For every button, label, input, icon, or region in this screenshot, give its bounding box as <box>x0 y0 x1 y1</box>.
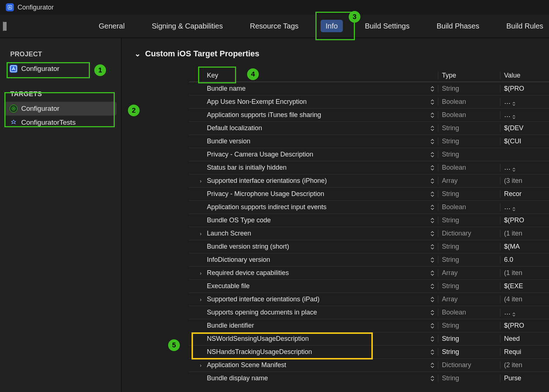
plist-value[interactable]: Need <box>500 335 549 343</box>
plist-value[interactable]: Recor <box>500 190 549 198</box>
table-row[interactable]: ›Required device capabilitiesArray(1 ite… <box>189 266 549 279</box>
table-row[interactable]: Status bar is initially hiddenBoolean… <box>189 161 549 174</box>
table-row[interactable]: ›Supported interface orientations (iPad)… <box>189 293 549 306</box>
table-row[interactable]: Privacy - Microphone Usage DescriptionSt… <box>189 187 549 200</box>
stepper-icon[interactable] <box>429 361 436 370</box>
stepper-icon[interactable] <box>429 308 436 317</box>
stepper-icon[interactable] <box>512 312 517 317</box>
stepper-icon[interactable] <box>429 321 436 330</box>
stepper-icon[interactable] <box>429 242 436 251</box>
stepper-icon[interactable] <box>512 115 517 119</box>
callout-4: 4 <box>247 68 259 80</box>
plist-value[interactable]: … <box>500 164 549 172</box>
plist-value[interactable]: $(PRO <box>500 85 549 93</box>
table-row[interactable]: ›Launch ScreenDictionary(1 iten <box>189 227 549 240</box>
plist-value[interactable]: … <box>500 98 549 106</box>
table-row[interactable]: Bundle nameString$(PRO <box>189 82 549 95</box>
table-row[interactable]: App Uses Non-Exempt EncryptionBoolean… <box>189 95 549 108</box>
plist-key: Supported interface orientations (iPhone… <box>207 177 327 185</box>
stepper-icon[interactable] <box>429 203 436 212</box>
plist-key: Supported interface orientations (iPad) <box>207 295 319 303</box>
stepper-icon[interactable] <box>429 335 436 343</box>
stepper-icon[interactable] <box>429 84 436 93</box>
plist-key: App Uses Non-Exempt Encryption <box>207 98 307 106</box>
plist-value[interactable]: (3 iten <box>500 177 549 185</box>
plist-key: Bundle identifier <box>207 322 254 329</box>
plist-type: String <box>438 335 500 343</box>
plist-key: Supports opening documents in place <box>207 309 317 316</box>
plist-value[interactable]: Requi <box>500 348 549 356</box>
tab-build-phases[interactable]: Build Phases <box>431 20 484 33</box>
table-row[interactable]: ›Supported interface orientations (iPhon… <box>189 174 549 187</box>
table-row[interactable]: Bundle versionString$(CUI <box>189 135 549 148</box>
plist-type: String <box>438 151 500 158</box>
stepper-icon[interactable] <box>429 269 436 278</box>
tab-resource-tags[interactable]: Resource Tags <box>245 20 304 33</box>
plist-value[interactable]: (4 iten <box>500 295 549 303</box>
stepper-icon[interactable] <box>512 167 517 172</box>
tab-build-rules[interactable]: Build Rules <box>501 20 548 33</box>
stepper-icon[interactable] <box>429 374 436 383</box>
stepper-icon[interactable] <box>429 124 436 133</box>
plist-value[interactable]: $(DEV <box>500 124 549 132</box>
stepper-icon[interactable] <box>429 216 436 225</box>
plist-value[interactable]: $(PRO <box>500 216 549 224</box>
stepper-icon[interactable] <box>429 295 436 304</box>
plist-value[interactable]: (1 iten <box>500 230 549 237</box>
disclosure-icon[interactable]: › <box>197 296 204 302</box>
stepper-icon[interactable] <box>429 229 436 238</box>
plist-value[interactable]: … <box>500 111 549 119</box>
titlebar: Configurator <box>0 0 549 15</box>
stepper-icon[interactable] <box>512 207 517 211</box>
plist-value[interactable]: … <box>500 309 549 317</box>
table-row[interactable]: Application supports indirect input even… <box>189 200 549 214</box>
tab-signing[interactable]: Signing & Capabilities <box>147 20 228 33</box>
disclosure-icon[interactable]: › <box>197 178 204 184</box>
table-row[interactable]: Bundle version string (short)String$(MA <box>189 240 549 253</box>
plist-key: Privacy - Microphone Usage Description <box>207 190 324 198</box>
table-row[interactable]: Bundle identifierString$(PRO <box>189 319 549 332</box>
stepper-icon[interactable] <box>512 102 517 106</box>
plist-type: String <box>438 137 500 145</box>
table-row[interactable]: Default localizationString$(DEV <box>189 121 549 135</box>
plist-value[interactable]: … <box>500 203 549 211</box>
stepper-icon[interactable] <box>429 111 436 120</box>
stepper-icon[interactable] <box>429 163 436 172</box>
plist-type: Dictionary <box>438 230 500 237</box>
plist-key: Required device capabilities <box>207 269 289 277</box>
plist-value[interactable]: $(PRO <box>500 322 549 329</box>
table-row[interactable]: Bundle display nameStringPurse <box>189 372 549 385</box>
plist-value[interactable]: $(EXE <box>500 282 549 290</box>
stepper-icon[interactable] <box>429 348 436 357</box>
disclosure-icon[interactable]: › <box>197 230 204 237</box>
tab-build-settings[interactable]: Build Settings <box>360 20 414 33</box>
plist-key: Launch Screen <box>207 230 251 237</box>
stepper-icon[interactable] <box>429 256 436 264</box>
plist-value[interactable]: $(MA <box>500 243 549 250</box>
plist-value[interactable]: Purse <box>500 374 549 382</box>
plist-value[interactable]: (2 iten <box>500 361 549 369</box>
stepper-icon[interactable] <box>429 282 436 291</box>
stepper-icon[interactable] <box>429 98 436 106</box>
table-row[interactable]: Supports opening documents in placeBoole… <box>189 306 549 319</box>
stepper-icon[interactable] <box>429 177 436 185</box>
app-icon <box>6 3 14 11</box>
table-row[interactable]: Bundle OS Type codeString$(PRO <box>189 214 549 227</box>
table-row[interactable]: InfoDictionary versionString6.0 <box>189 253 549 266</box>
plist-value[interactable]: (1 iten <box>500 269 549 277</box>
table-row[interactable]: ›Application Scene ManifestDictionary(2 … <box>189 358 549 372</box>
disclosure-icon[interactable]: › <box>197 270 204 276</box>
plist-value[interactable]: 6.0 <box>500 256 549 264</box>
panel-toggle-icon[interactable] <box>3 22 4 31</box>
stepper-icon[interactable] <box>429 137 436 146</box>
plist-value[interactable]: $(CUI <box>500 137 549 145</box>
table-row[interactable]: Privacy - Camera Usage DescriptionString <box>189 148 549 161</box>
disclosure-icon[interactable]: › <box>197 362 204 368</box>
table-row[interactable]: Application supports iTunes file sharing… <box>189 108 549 121</box>
stepper-icon[interactable] <box>429 150 436 159</box>
tab-general[interactable]: General <box>94 20 130 33</box>
stepper-icon[interactable] <box>429 190 436 199</box>
section-header[interactable]: ⌄ Custom iOS Target Properties <box>135 49 549 59</box>
table-row[interactable]: Executable fileString$(EXE <box>189 279 549 293</box>
plist-key: Privacy - Camera Usage Description <box>207 151 313 158</box>
